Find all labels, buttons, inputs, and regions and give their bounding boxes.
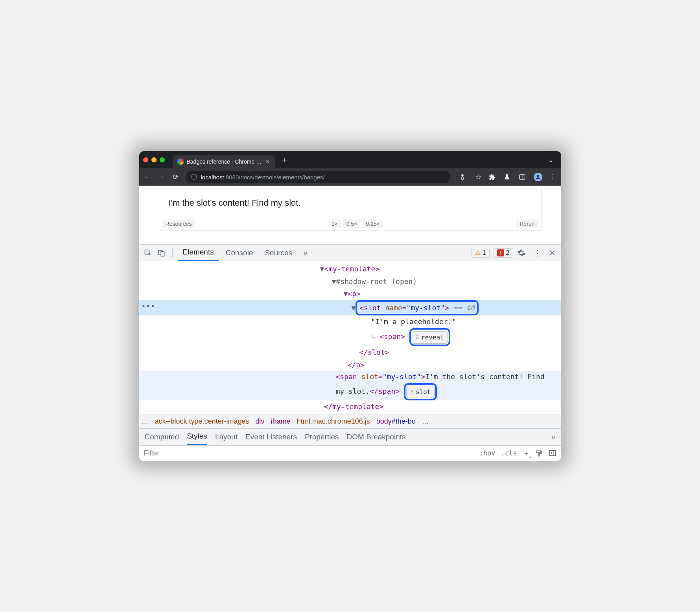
subtab-properties[interactable]: Properties — [305, 433, 339, 441]
tab-overflow-icon[interactable]: ⌄ — [548, 156, 553, 164]
close-tab-icon[interactable]: ✕ — [265, 159, 270, 165]
reveal-badge[interactable]: ⠿reveal — [412, 331, 448, 344]
forward-icon[interactable]: → — [157, 173, 166, 181]
crumb-item[interactable]: ack--block.type.center-images — [155, 417, 249, 426]
crumb-item[interactable]: body#the-bo — [376, 417, 416, 426]
tree-line-hovered[interactable]: <span slot="my-slot">I'm the slot's cont… — [139, 371, 561, 400]
highlighted-slot-element: <slot name="my-slot"> == $0 — [356, 300, 479, 316]
selection-ellipsis-icon: ••• — [142, 300, 156, 313]
inspect-element-icon[interactable] — [142, 247, 153, 258]
svg-rect-7 — [538, 455, 539, 456]
settings-icon[interactable] — [517, 249, 528, 257]
resources-button[interactable]: Resources — [162, 219, 195, 228]
grid-dots-icon: ⠿ — [416, 334, 419, 342]
tree-line[interactable]: </p> — [139, 359, 561, 371]
back-icon[interactable]: ← — [143, 173, 152, 181]
demo-box: I'm the slot's content! Find my slot. Re… — [159, 189, 542, 231]
elements-breadcrumb[interactable]: … ack--block.type.center-images div ifra… — [139, 415, 561, 429]
url-text: localhost:8080/docs/devtools/elements/ba… — [201, 174, 325, 181]
chrome-favicon-icon — [177, 159, 184, 165]
zoom-025x-button[interactable]: 0.25× — [363, 219, 383, 228]
subtab-layout[interactable]: Layout — [215, 433, 238, 441]
browser-tab[interactable]: Badges reference - Chrome De ✕ — [173, 155, 275, 168]
demo-toolbar: Resources 1× 0.5× 0.25× Rerun — [159, 217, 541, 230]
profile-avatar-icon[interactable] — [534, 173, 542, 181]
svg-rect-0 — [519, 175, 525, 179]
more-subtabs-icon[interactable]: » — [551, 432, 555, 441]
zoom-05x-button[interactable]: 0.5× — [343, 219, 361, 228]
crumb-item[interactable]: div — [256, 417, 265, 426]
tree-line[interactable]: "I'm a placeholder." — [139, 315, 561, 328]
svg-rect-5 — [161, 251, 164, 256]
menu-icon[interactable]: ⋮ — [549, 173, 557, 181]
new-tab-button[interactable]: ＋ — [280, 154, 289, 166]
toolbar-actions: ☆ ⋮ — [459, 173, 557, 181]
crumb-item[interactable]: iframe — [271, 417, 291, 426]
maximize-window-icon[interactable] — [160, 157, 165, 162]
browser-window: Badges reference - Chrome De ✕ ＋ ⌄ ← → ⟳… — [139, 151, 561, 461]
minimize-window-icon[interactable] — [151, 157, 157, 162]
crumb-ellipsis-right[interactable]: … — [422, 417, 429, 426]
subtab-computed[interactable]: Computed — [145, 433, 179, 441]
tree-line[interactable]: ↳ <span> ⠿reveal — [139, 328, 561, 347]
tree-line[interactable]: ▼<p> — [139, 288, 561, 300]
browser-toolbar: ← → ⟳ ⓘ localhost:8080/docs/devtools/ele… — [139, 168, 561, 186]
highlighted-slot-badge: ⠿slot — [404, 383, 437, 401]
filter-input[interactable] — [144, 449, 474, 457]
error-icon: ! — [497, 249, 504, 256]
tree-line[interactable]: </slot> — [139, 346, 561, 359]
device-toolbar-icon[interactable] — [156, 247, 167, 258]
side-panel-icon[interactable] — [519, 173, 527, 181]
errors-badge[interactable]: ! 2 — [494, 248, 513, 258]
tab-sources[interactable]: Sources — [260, 245, 297, 261]
crumb-ellipsis-left[interactable]: … — [142, 417, 149, 426]
window-controls — [143, 157, 165, 162]
devtools-menu-icon[interactable]: ⋮ — [532, 248, 543, 258]
warning-icon: ⚠ — [475, 249, 481, 256]
crumb-item[interactable]: html.mac.chrome106.js — [297, 417, 370, 426]
tree-line[interactable]: </my-template> — [139, 400, 561, 413]
tree-line-selected[interactable]: ••• ▼<slot name="my-slot"> == $0 — [139, 300, 561, 316]
labs-icon[interactable] — [504, 173, 512, 181]
tree-line[interactable]: ▼<my-template> — [139, 263, 561, 275]
styles-sub-tabs: Computed Styles Layout Event Listeners P… — [139, 429, 561, 445]
devtools-tabs: Elements Console Sources » ⚠ 1 ! 2 ⋮ ✕ — [139, 245, 561, 261]
error-count: 2 — [506, 249, 510, 256]
warnings-badge[interactable]: ⚠ 1 — [472, 248, 490, 258]
subtab-dom-breakpoints[interactable]: DOM Breakpoints — [347, 433, 406, 441]
cls-toggle[interactable]: .cls — [501, 449, 517, 457]
svg-rect-8 — [549, 451, 555, 456]
slot-badge[interactable]: ⠿slot — [406, 386, 435, 398]
address-bar[interactable]: ⓘ localhost:8080/docs/devtools/elements/… — [186, 171, 450, 183]
extensions-icon[interactable] — [489, 173, 497, 181]
subtab-event-listeners[interactable]: Event Listeners — [245, 433, 297, 441]
devtools-panel: Elements Console Sources » ⚠ 1 ! 2 ⋮ ✕ — [139, 244, 561, 461]
hov-toggle[interactable]: :hov — [479, 449, 496, 457]
demo-text: I'm the slot's content! Find my slot. — [159, 189, 541, 217]
tab-bar: Badges reference - Chrome De ✕ ＋ ⌄ — [139, 151, 561, 168]
highlighted-reveal-badge: ⠿reveal — [409, 328, 450, 347]
elements-tree[interactable]: ▼<my-template> ▼#shadow-root (open) ▼<p>… — [139, 261, 561, 415]
subtab-styles[interactable]: Styles — [187, 429, 207, 445]
warning-count: 1 — [483, 249, 486, 256]
tab-title: Badges reference - Chrome De — [187, 159, 262, 165]
svg-point-2 — [537, 175, 539, 177]
computed-sidebar-icon[interactable] — [549, 449, 556, 457]
more-tabs-icon[interactable]: » — [299, 248, 311, 257]
page-content: I'm the slot's content! Find my slot. Re… — [139, 186, 561, 244]
new-style-rule-icon[interactable]: ＋ — [523, 448, 530, 458]
reload-icon[interactable]: ⟳ — [171, 173, 180, 181]
tree-line[interactable]: ▼#shadow-root (open) — [139, 275, 561, 288]
close-devtools-icon[interactable]: ✕ — [547, 248, 558, 258]
bookmark-icon[interactable]: ☆ — [474, 173, 483, 181]
close-window-icon[interactable] — [143, 157, 148, 162]
tab-console[interactable]: Console — [221, 245, 258, 261]
share-icon[interactable] — [459, 173, 468, 181]
tab-elements[interactable]: Elements — [178, 245, 219, 261]
rerun-button[interactable]: Rerun — [516, 219, 538, 228]
site-info-icon[interactable]: ⓘ — [191, 173, 197, 181]
paint-icon[interactable] — [535, 449, 543, 457]
grid-dots-icon: ⠿ — [410, 388, 413, 396]
styles-filter-bar: :hov .cls ＋ — [139, 445, 561, 461]
zoom-1x-button[interactable]: 1× — [328, 219, 341, 228]
